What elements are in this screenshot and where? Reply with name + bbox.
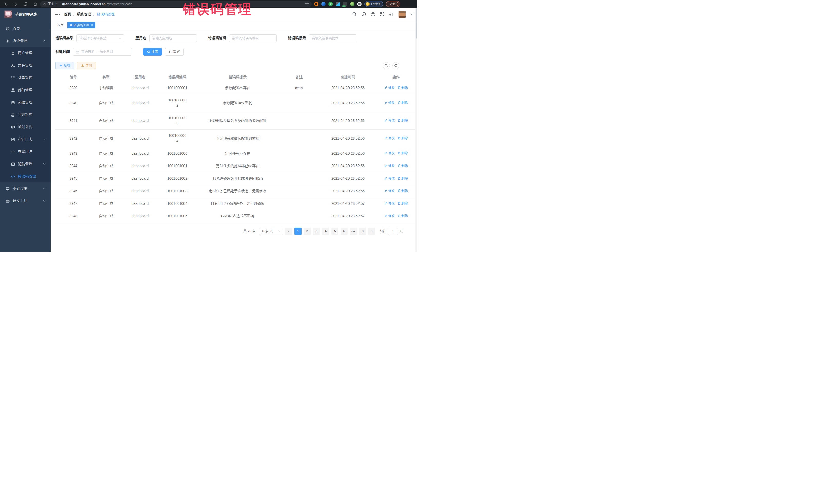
font-size-icon[interactable] xyxy=(389,12,394,17)
sidebar-logo[interactable]: 芋道管理系统 xyxy=(0,8,50,21)
profile-emoji-icon xyxy=(366,2,370,6)
breadcrumb-home[interactable]: 首页 xyxy=(64,12,71,17)
hamburger-icon[interactable] xyxy=(54,12,60,17)
edit-link[interactable]: 修改 xyxy=(385,85,395,90)
fullscreen-icon[interactable] xyxy=(380,12,385,17)
sidebar-item-audit-log[interactable]: 审计日志 xyxy=(0,133,50,146)
edit-link[interactable]: 修改 xyxy=(385,100,395,105)
breadcrumb-system[interactable]: 系统管理 xyxy=(77,12,91,17)
sidebar-item-post-management[interactable]: 岗位管理 xyxy=(0,96,50,109)
add-button[interactable]: 新增 xyxy=(56,62,74,69)
extension-key-icon[interactable] xyxy=(350,2,354,6)
delete-link[interactable]: 删除 xyxy=(397,213,408,218)
sidebar-item-role-management[interactable]: 角色管理 xyxy=(0,59,50,72)
home-icon[interactable] xyxy=(33,2,38,6)
placeholder-text: 请输入应用名 xyxy=(152,36,172,41)
date-range-picker[interactable]: 开始日期 - 结束日期 xyxy=(73,48,132,56)
prev-page-button[interactable]: ‹ xyxy=(285,227,292,235)
sidebar-item-home[interactable]: 首页 xyxy=(0,22,50,35)
extension-gem-icon[interactable] xyxy=(321,2,326,6)
github-icon[interactable] xyxy=(361,12,366,17)
sidebar-item-sms-management[interactable]: 短信管理 xyxy=(0,158,50,170)
sidebar-item-dev-tools[interactable]: 研发工具 xyxy=(0,195,50,207)
error-code-input[interactable]: 请输入错误码编码 xyxy=(229,35,277,42)
actions-cell: 修改删除 xyxy=(377,197,415,210)
page-button-6[interactable]: 6 xyxy=(341,227,348,235)
delete-link[interactable]: 删除 xyxy=(397,85,408,90)
delete-link[interactable]: 删除 xyxy=(397,100,408,105)
page-content: 错误码类型请选择错误码类型应用名请输入应用名错误码编码请输入错误码编码错误码提示… xyxy=(50,30,417,252)
dashboard-icon xyxy=(6,27,10,30)
security-status[interactable]: 不安全 xyxy=(43,2,58,6)
bookmark-star-icon[interactable] xyxy=(305,2,309,6)
export-button[interactable]: 导出 xyxy=(77,62,96,69)
error-hint-input[interactable]: 请输入错误码提示 xyxy=(309,35,356,42)
delete-link[interactable]: 删除 xyxy=(397,163,408,168)
puzzle-extensions-icon[interactable] xyxy=(357,2,361,6)
delete-link[interactable]: 删除 xyxy=(397,151,408,156)
avatar-caret-icon[interactable] xyxy=(410,14,413,15)
back-icon[interactable] xyxy=(4,2,8,6)
sidebar-item-infrastructure[interactable]: 基础设施 xyxy=(0,182,50,195)
help-icon[interactable] xyxy=(371,12,375,17)
browser-update-button[interactable]: 更新 xyxy=(386,1,400,7)
table-cell: dashboard xyxy=(121,130,159,147)
reset-button[interactable]: 重置 xyxy=(165,48,184,56)
error-code-type-select[interactable]: 请选择错误码类型 xyxy=(76,35,124,42)
extension-tampermonkey-icon[interactable]: on xyxy=(343,2,347,6)
tab-home[interactable]: 首页 xyxy=(54,22,66,28)
page-button-1[interactable]: 1 xyxy=(294,227,302,235)
extension-green-icon[interactable]: v xyxy=(328,2,333,6)
tab-error-code[interactable]: 错误码管理 × xyxy=(67,22,95,28)
page-button-5[interactable]: 5 xyxy=(331,227,338,235)
profile-paused-pill[interactable]: 已暂停 xyxy=(365,1,383,7)
page-button-2[interactable]: 2 xyxy=(304,227,311,235)
toggle-search-button[interactable] xyxy=(383,62,390,69)
app-name-input[interactable]: 请输入应用名 xyxy=(149,35,197,42)
sidebar-item-dict-management[interactable]: 字典管理 xyxy=(0,109,50,121)
edit-link[interactable]: 修改 xyxy=(385,213,395,218)
page-size-select[interactable]: 10条/页 xyxy=(259,227,283,235)
extension-orange-icon[interactable] xyxy=(314,2,319,6)
extension-grid-icon[interactable] xyxy=(336,2,340,6)
search-button[interactable]: 搜索 xyxy=(143,48,162,56)
url-text[interactable]: dashboard.yudao.iocoder.cn/system/error-… xyxy=(62,2,303,6)
kebab-menu-icon[interactable] xyxy=(397,2,398,6)
tab-close-icon[interactable]: × xyxy=(91,23,93,27)
user-avatar[interactable] xyxy=(398,10,406,18)
delete-link[interactable]: 删除 xyxy=(397,188,408,194)
pagination-more[interactable]: ••• xyxy=(350,227,357,235)
edit-link[interactable]: 修改 xyxy=(385,118,395,123)
sidebar-item-user-management[interactable]: 用户管理 xyxy=(0,47,50,59)
sidebar-item-system-management[interactable]: 系统管理 xyxy=(0,35,50,47)
page-scrollbar[interactable] xyxy=(415,8,417,252)
edit-link[interactable]: 修改 xyxy=(385,201,395,206)
sidebar-item-dept-management[interactable]: 部门管理 xyxy=(0,84,50,96)
refresh-table-button[interactable] xyxy=(392,62,399,69)
edit-link[interactable]: 修改 xyxy=(385,163,395,168)
date-start-placeholder: 开始日期 xyxy=(81,49,94,54)
forward-icon[interactable] xyxy=(13,2,18,6)
edit-link[interactable]: 修改 xyxy=(385,188,395,194)
edit-link[interactable]: 修改 xyxy=(385,151,395,156)
sidebar-item-online-users[interactable]: 在线用户 xyxy=(0,146,50,158)
sidebar-item-menu-management[interactable]: 菜单管理 xyxy=(0,72,50,84)
page-button-8[interactable]: 8 xyxy=(359,227,366,235)
delete-link[interactable]: 删除 xyxy=(397,135,408,140)
delete-link[interactable]: 删除 xyxy=(397,118,408,123)
sidebar-item-label: 首页 xyxy=(13,26,20,31)
page-button-3[interactable]: 3 xyxy=(313,227,320,235)
sidebar-item-notice-announcement[interactable]: 通知公告 xyxy=(0,121,50,133)
delete-link[interactable]: 删除 xyxy=(397,201,408,206)
header-search-icon[interactable] xyxy=(352,12,357,17)
sidebar-item-error-code-management[interactable]: 错误码管理 xyxy=(0,170,50,182)
next-page-button[interactable]: › xyxy=(368,227,375,235)
edit-link[interactable]: 修改 xyxy=(385,135,395,140)
edit-link[interactable]: 修改 xyxy=(385,176,395,181)
page-button-4[interactable]: 4 xyxy=(322,227,329,235)
reload-icon[interactable] xyxy=(23,2,28,6)
delete-link[interactable]: 删除 xyxy=(397,176,408,181)
goto-page-input[interactable] xyxy=(388,227,398,235)
scrollbar-thumb[interactable] xyxy=(416,8,417,39)
address-bar[interactable]: 不安全 dashboard.yudao.iocoder.cn/system/er… xyxy=(40,1,311,7)
